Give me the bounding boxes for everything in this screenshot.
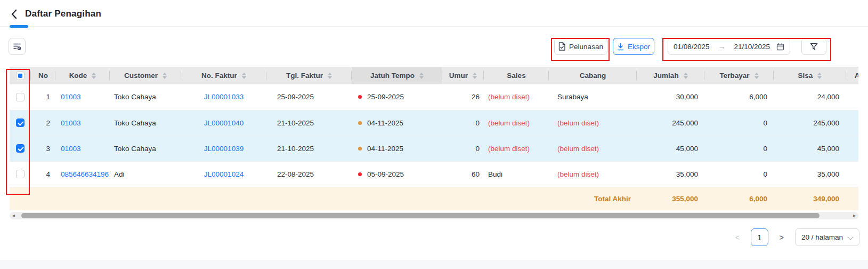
col-header-tgl-faktur[interactable]: Tgl. Faktur: [266, 67, 352, 84]
ekspor-button[interactable]: Ekspor: [613, 38, 654, 55]
status-dot-overdue: [358, 172, 362, 176]
cell-sisa: 245,000: [774, 110, 846, 136]
col-header-select: [10, 67, 31, 84]
date-range-picker[interactable]: 01/08/2025 → 21/10/2025: [668, 38, 790, 55]
cell-umur: 60: [442, 161, 484, 187]
jatuh-tempo-value: 04-11-2025: [367, 119, 403, 127]
cell-jumlah: 45,000: [637, 136, 704, 161]
sort-icon: [817, 73, 822, 79]
cell-kode: 01003: [55, 136, 110, 161]
pagination-page-1[interactable]: 1: [751, 228, 768, 246]
cell-tgl-faktur: 22-08-2025: [266, 161, 352, 187]
col-header-jumlah[interactable]: Jumlah: [637, 67, 704, 84]
jatuh-tempo-value: 05-09-2025: [367, 170, 404, 178]
col-header-jatuh-tempo[interactable]: Jatuh Tempo: [352, 67, 442, 84]
jatuh-tempo-value: 04-11-2025: [367, 145, 403, 153]
faktur-link[interactable]: JL00001033: [204, 93, 244, 101]
cell-terbayar: 0: [704, 136, 774, 161]
col-header-terbayar[interactable]: Terbayar: [704, 67, 774, 84]
scroll-left-icon[interactable]: ◂: [12, 212, 15, 219]
sort-icon: [755, 73, 759, 79]
faktur-link[interactable]: JL00001040: [204, 119, 244, 127]
cell-terbayar: 0: [704, 161, 774, 187]
cell-kode: 01003: [55, 110, 110, 136]
total-aksi: [846, 187, 858, 210]
cell-umur: 26: [442, 84, 484, 110]
pagination-prev-icon[interactable]: <: [732, 233, 743, 242]
cell-jatuh-tempo: 05-09-2025: [352, 161, 442, 187]
kode-link[interactable]: 085646634196: [61, 170, 109, 178]
col-label-no: No: [38, 72, 48, 80]
status-dot-due: [358, 147, 362, 151]
billing-list-page: Daftar Penagihan Pelunasan: [0, 0, 868, 269]
pagination: < 1 > 20 / halaman: [0, 228, 868, 246]
column-settings-button[interactable]: [9, 38, 26, 55]
cell-umur: 0: [442, 136, 484, 161]
jatuh-tempo-value: 25-09-2025: [367, 93, 404, 101]
cell-no: 3: [31, 136, 55, 161]
sort-icon: [419, 73, 424, 79]
table-header-row: No Kode Customer No. Faktur Tgl. Faktur …: [10, 67, 858, 84]
cell-select: [10, 136, 31, 161]
date-start-value: 01/08/2025: [674, 43, 710, 51]
faktur-link[interactable]: JL00001039: [204, 145, 244, 153]
col-header-sisa[interactable]: Sisa: [774, 67, 846, 84]
col-header-customer[interactable]: Customer: [110, 67, 181, 84]
row-checkbox[interactable]: [16, 118, 25, 127]
col-label-kode: Kode: [69, 72, 87, 80]
download-icon: [617, 43, 624, 51]
chevron-left-icon: [11, 9, 17, 19]
row-checkbox[interactable]: [16, 170, 25, 178]
sort-icon: [242, 73, 246, 79]
cell-jumlah: 35,000: [637, 161, 704, 187]
pelunasan-button[interactable]: Pelunasan: [554, 38, 607, 55]
cell-tgl-faktur: 21-10-2025: [266, 136, 352, 161]
kode-link[interactable]: 01003: [61, 93, 81, 101]
col-header-umur[interactable]: Umur: [442, 67, 484, 84]
kode-link[interactable]: 01003: [61, 119, 81, 127]
faktur-link[interactable]: JL00001024: [204, 170, 244, 178]
back-button[interactable]: [11, 9, 17, 19]
date-end-value: 21/10/2025: [734, 43, 770, 51]
col-header-kode[interactable]: Kode: [55, 67, 110, 84]
col-label-jatuh-tempo: Jatuh Tempo: [370, 72, 415, 80]
sort-icon: [684, 73, 688, 79]
page-size-select[interactable]: 20 / halaman: [795, 228, 859, 246]
file-check-icon: [558, 42, 565, 51]
header-divider: [0, 26, 868, 27]
cell-sales: (belum diset): [484, 110, 549, 136]
total-label: Total Akhir: [549, 187, 637, 210]
filter-button[interactable]: [801, 38, 826, 55]
cell-tgl-faktur: 25-09-2025: [266, 84, 352, 110]
col-header-aksi: Aksi: [846, 67, 858, 84]
row-checkbox[interactable]: [16, 93, 25, 101]
col-header-no-faktur[interactable]: No. Faktur: [181, 67, 266, 84]
billing-table-wrap: No Kode Customer No. Faktur Tgl. Faktur …: [10, 67, 858, 210]
total-row: Total Akhir 355,000 6,000 349,000: [10, 187, 858, 210]
row-checkbox[interactable]: [16, 144, 25, 153]
sort-icon: [92, 73, 96, 79]
col-label-cabang: Cabang: [580, 72, 606, 80]
scrollbar-thumb[interactable]: [21, 213, 820, 218]
kode-link[interactable]: 01003: [61, 145, 81, 153]
active-tab-indicator: [10, 25, 28, 28]
col-label-terbayar: Terbayar: [719, 72, 749, 80]
scroll-right-icon[interactable]: ▸: [853, 212, 856, 219]
table-row: 3 01003 Toko Cahaya JL00001039 21-10-202…: [10, 136, 858, 161]
funnel-icon: [810, 43, 818, 50]
table-row: 4 085646634196 Adi JL00001024 22-08-2025…: [10, 161, 858, 187]
cell-sales: (belum diset): [484, 84, 549, 110]
cell-umur: 0: [442, 110, 484, 136]
pagination-next-icon[interactable]: >: [776, 233, 787, 242]
col-label-aksi: Aksi: [855, 72, 858, 80]
cell-aksi: [846, 110, 858, 136]
ekspor-label: Ekspor: [628, 43, 650, 51]
cell-select: [10, 110, 31, 136]
select-all-checkbox[interactable]: [16, 72, 25, 80]
col-label-customer: Customer: [124, 72, 158, 80]
cell-sisa: 24,000: [774, 84, 846, 110]
calendar-icon: [776, 43, 784, 51]
sort-icon: [473, 73, 477, 79]
horizontal-scrollbar[interactable]: ◂ ▸: [10, 212, 858, 219]
col-label-umur: Umur: [449, 72, 468, 80]
